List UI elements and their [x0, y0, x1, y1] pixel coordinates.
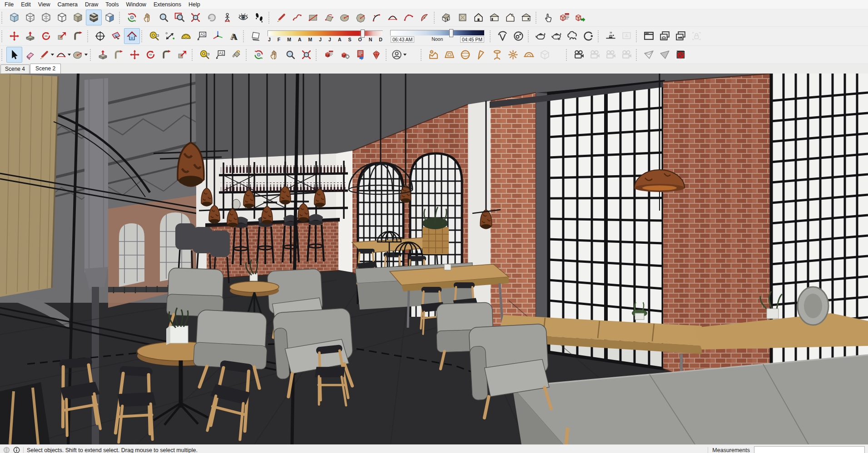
component-export-tool-button[interactable] [572, 10, 588, 25]
text-button[interactable]: A1 [213, 47, 228, 63]
rotated-rectangle-button[interactable] [321, 10, 337, 25]
zoom-button[interactable] [283, 47, 298, 63]
chaos-cosmos-button[interactable] [565, 28, 580, 44]
text-button[interactable]: A1 [194, 28, 210, 44]
zoom-button[interactable] [156, 10, 172, 25]
clipping-solid-button[interactable] [657, 47, 673, 63]
dimension-button[interactable] [162, 28, 178, 44]
eraser-button[interactable] [22, 47, 38, 63]
arc-2-point-button[interactable] [385, 10, 401, 25]
line-button[interactable] [38, 47, 55, 63]
menu-camera[interactable]: Camera [54, 1, 81, 8]
view-back-button[interactable] [502, 10, 518, 25]
look-around-button[interactable] [235, 10, 251, 25]
circle-button[interactable] [72, 47, 89, 63]
shadow-date-slider[interactable]: JFMAMJJASOND [268, 30, 383, 42]
line-dropdown-caret-icon[interactable] [50, 53, 55, 57]
follow-me-button[interactable] [159, 47, 174, 63]
component-list-tool-button[interactable] [556, 10, 572, 25]
scene-tab-scene-2[interactable]: Scene 2 [30, 64, 61, 74]
toolbar-grip[interactable] [536, 12, 539, 24]
view-iso-button[interactable] [439, 10, 455, 25]
circle-dropdown-caret-icon[interactable] [84, 53, 88, 57]
toolbar-grip[interactable] [243, 30, 246, 42]
hidden-line-button[interactable] [54, 10, 70, 25]
vray-logo-button[interactable] [495, 28, 511, 44]
camera-gray-3-button[interactable] [619, 47, 635, 63]
shadow-date-track[interactable] [268, 30, 383, 36]
protractor-button[interactable] [178, 28, 194, 44]
view-front-button[interactable] [471, 10, 486, 25]
toolbar-grip[interactable] [119, 12, 122, 24]
move-button[interactable] [6, 28, 22, 44]
arc-2-point-button[interactable] [55, 47, 72, 63]
wireframe-button[interactable] [38, 10, 54, 25]
account-button[interactable] [391, 47, 407, 63]
menu-edit[interactable]: Edit [17, 1, 35, 8]
zoom-extents-button[interactable] [298, 47, 314, 63]
shaded-button[interactable] [70, 10, 86, 25]
menu-view[interactable]: View [35, 1, 54, 8]
back-edges-button[interactable] [22, 10, 38, 25]
scale-button[interactable] [174, 47, 190, 63]
camera-gray-1-button[interactable] [587, 47, 603, 63]
freehand-button[interactable] [289, 10, 305, 25]
toolbar-grip[interactable] [528, 30, 531, 42]
toolbar-grip[interactable] [1, 12, 5, 24]
chaos-collaboration-button[interactable] [580, 28, 596, 44]
camera-path-button[interactable] [571, 47, 587, 63]
vray-sphere-light-button[interactable] [457, 47, 473, 63]
zoom-extents-button[interactable] [188, 10, 203, 25]
vray-render-button[interactable] [533, 28, 549, 44]
arc-2-point-dropdown-caret-icon[interactable] [67, 53, 71, 57]
toolbar-grip[interactable] [192, 49, 195, 61]
view-top-button[interactable] [455, 10, 471, 25]
arc-center-button[interactable] [369, 10, 385, 25]
geolocation-icon[interactable] [3, 447, 10, 453]
vray-mesh-light-button[interactable] [537, 47, 553, 63]
vray-lock-button[interactable] [689, 28, 704, 44]
shadow-time-track[interactable] [390, 30, 485, 36]
toolbar-grip[interactable] [1, 49, 5, 61]
view-right-button[interactable] [486, 10, 502, 25]
offset-button[interactable] [111, 47, 127, 63]
push-pull-button[interactable] [22, 28, 38, 44]
extension-pack-button[interactable] [352, 47, 368, 63]
vray-omni-light-button[interactable] [505, 47, 521, 63]
measurements-input[interactable] [754, 446, 865, 453]
previous-view-button[interactable] [203, 10, 219, 25]
pan-button[interactable] [140, 10, 156, 25]
vray-render-interactive-button[interactable] [549, 28, 565, 44]
line-button[interactable] [273, 10, 289, 25]
3d-text-button[interactable]: AA [226, 28, 242, 44]
shadow-time-slider[interactable]: 06:43 AM Noon 04:45 PM [390, 30, 485, 43]
select-button[interactable] [6, 47, 22, 63]
toolbar-grip[interactable] [90, 49, 93, 61]
ruby-gem-button[interactable] [368, 47, 384, 63]
axes-button[interactable] [210, 28, 226, 44]
rotate-button[interactable] [143, 47, 159, 63]
toolbar-grip[interactable] [87, 30, 90, 42]
monochrome-button[interactable] [102, 10, 118, 25]
toolbar-grip[interactable] [434, 12, 437, 24]
section-cuts-button[interactable] [124, 28, 140, 44]
toolbar-grip[interactable] [268, 12, 272, 24]
toolbar-grip[interactable] [316, 49, 319, 61]
rectangle-button[interactable] [305, 10, 321, 25]
rotate-button[interactable] [38, 28, 54, 44]
position-camera-button[interactable] [219, 10, 235, 25]
vray-pack-project-button[interactable] [673, 28, 689, 44]
vray-render-history-button[interactable] [603, 28, 619, 44]
push-pull-button[interactable] [95, 47, 111, 63]
shadow-time-handle[interactable] [449, 29, 453, 37]
view-left-button[interactable] [518, 10, 534, 25]
vray-frame-buffer-button[interactable] [641, 28, 657, 44]
tape-measure-button[interactable] [146, 28, 162, 44]
section-plane-button[interactable] [108, 28, 124, 44]
camera-gray-2-button[interactable] [603, 47, 619, 63]
xray-button[interactable] [6, 10, 22, 25]
vray-dome-light-button[interactable] [521, 47, 537, 63]
vray-batch-render-button[interactable] [657, 28, 673, 44]
toolbar-grip[interactable] [490, 30, 493, 42]
hand-cursor-tool-button[interactable] [541, 10, 556, 25]
